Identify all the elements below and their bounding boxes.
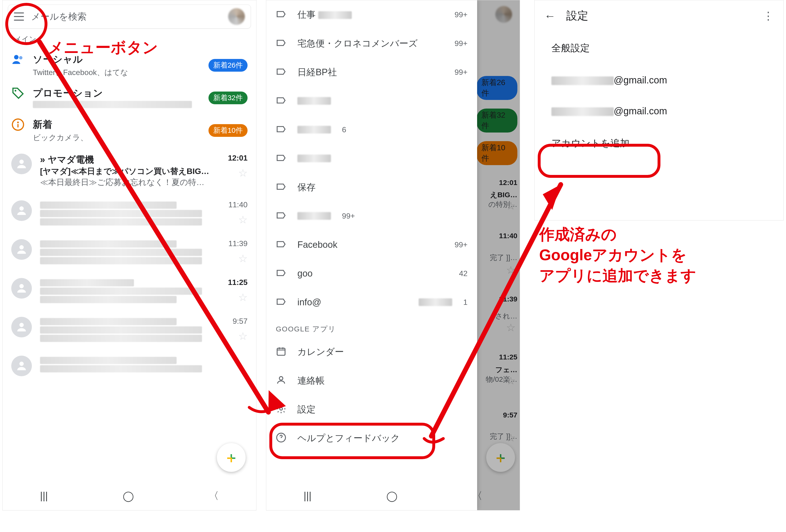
label-icon bbox=[276, 181, 286, 193]
badge-new: 新着26件 bbox=[208, 59, 248, 72]
drawer-count: 1 bbox=[463, 298, 467, 307]
star-icon[interactable]: ☆ bbox=[238, 213, 248, 226]
drawer-label-item[interactable]: 保存 bbox=[266, 173, 477, 202]
account-suffix: @gmail.com bbox=[614, 106, 667, 116]
drawer-app-calendar[interactable]: カレンダー bbox=[266, 338, 477, 366]
mail-item[interactable]: » ヤマダ電機 [ヤマダ]≪本日まで≫パソコン買い替えBIG… ≪本日最終日≫ご… bbox=[3, 147, 256, 194]
sender-avatar bbox=[11, 317, 32, 338]
mail-time: 12:01 bbox=[228, 154, 248, 162]
label-icon bbox=[276, 296, 286, 308]
mail-item[interactable]: 11:25☆ bbox=[3, 272, 256, 310]
blurred-text bbox=[297, 126, 331, 134]
drawer-label-item[interactable]: 6 bbox=[266, 115, 477, 144]
label-icon bbox=[276, 210, 286, 222]
label-icon bbox=[276, 153, 286, 164]
drawer-label: info@ bbox=[297, 297, 416, 307]
settings-add-account[interactable]: アカウントを追加 bbox=[535, 126, 783, 160]
drawer-count: 42 bbox=[459, 269, 467, 278]
info-icon bbox=[11, 118, 25, 131]
star-icon[interactable]: ☆ bbox=[238, 291, 248, 303]
account-suffix: @gmail.com bbox=[614, 75, 667, 85]
drawer-label-item[interactable]: 日経BP社99+ bbox=[266, 58, 477, 87]
settings-general[interactable]: 全般設定 bbox=[535, 31, 783, 65]
drawer-app-contacts[interactable]: 連絡帳 bbox=[266, 366, 477, 395]
drawer-count: 99+ bbox=[342, 212, 355, 221]
blurred-text bbox=[297, 212, 331, 220]
star-icon[interactable]: ☆ bbox=[238, 252, 248, 264]
svg-text:アプリに追加できます: アプリに追加できます bbox=[539, 267, 696, 284]
blurred-text bbox=[551, 107, 614, 116]
label-icon bbox=[276, 239, 286, 250]
home-icon[interactable]: ◯ bbox=[123, 490, 134, 502]
drawer-help[interactable]: ヘルプとフィードバック bbox=[266, 424, 477, 453]
sender-avatar bbox=[11, 356, 32, 376]
sender-avatar bbox=[11, 278, 32, 299]
star-icon[interactable]: ☆ bbox=[238, 330, 248, 342]
svg-rect-12 bbox=[277, 348, 285, 355]
category-title: 新着 bbox=[33, 118, 200, 131]
mail-item[interactable]: 9:57☆ bbox=[3, 310, 256, 349]
svg-point-4 bbox=[17, 121, 19, 123]
mail-time: 11:25 bbox=[228, 278, 248, 287]
drawer-label-item[interactable]: info@1 bbox=[266, 288, 477, 317]
mail-snippet: ≪本日最終日≫ご応募お忘れなく！夏の特別… bbox=[40, 177, 211, 188]
calendar-icon bbox=[276, 346, 286, 357]
drawer-label-item[interactable]: 仕事 99+ bbox=[266, 0, 477, 29]
mail-item[interactable]: 11:39☆ bbox=[3, 233, 256, 272]
svg-point-8 bbox=[19, 245, 24, 250]
drawer-label: 宅急便・クロネコメンバーズ bbox=[297, 38, 444, 50]
drawer-label-item[interactable]: 宅急便・クロネコメンバーズ99+ bbox=[266, 29, 477, 58]
category-subtitle: ビックカメラ、 bbox=[33, 133, 181, 143]
svg-text:作成済みの: 作成済みの bbox=[538, 226, 617, 243]
more-vert-icon[interactable]: ⋮ bbox=[763, 9, 774, 22]
sender-avatar bbox=[11, 239, 32, 260]
mail-item[interactable]: 11:40☆ bbox=[3, 194, 256, 233]
account-avatar[interactable] bbox=[228, 8, 245, 25]
back-icon[interactable]: 〈 bbox=[209, 489, 219, 503]
category-social[interactable]: ソーシャル Twitter、Facebook、はてな 新着26件 bbox=[3, 48, 256, 82]
people-icon bbox=[11, 53, 25, 66]
badge-new: 新着32件 bbox=[208, 92, 248, 104]
recent-apps-icon[interactable]: ||| bbox=[40, 490, 48, 502]
settings-appbar: ← 設定 ⋮ bbox=[535, 0, 783, 31]
drawer-label-item[interactable]: Facebook99+ bbox=[266, 230, 477, 259]
drawer-label: カレンダー bbox=[297, 346, 467, 358]
back-arrow-icon[interactable]: ← bbox=[544, 9, 556, 23]
mail-time: 9:57 bbox=[233, 317, 248, 326]
category-promotions[interactable]: プロモーション 新着32件 bbox=[3, 82, 256, 114]
blurred-text bbox=[33, 101, 192, 108]
drawer-label-item[interactable] bbox=[266, 144, 477, 173]
drawer-label: 仕事 bbox=[297, 9, 444, 21]
android-nav-bar: ||| ◯ 〈 bbox=[266, 481, 520, 510]
drawer-label-item[interactable]: 99+ bbox=[266, 202, 477, 230]
svg-point-14 bbox=[280, 408, 282, 410]
scrim[interactable] bbox=[477, 0, 520, 510]
label-icon bbox=[276, 124, 286, 135]
category-updates[interactable]: 新着 ビックカメラ、 新着10件 bbox=[3, 114, 256, 147]
phone-drawer: 新着26件 新着32件 新着10件 12:01 えBIG… の特別… ☆ 11:… bbox=[266, 0, 520, 510]
back-icon[interactable]: 〈 bbox=[472, 489, 482, 503]
recent-apps-icon[interactable]: ||| bbox=[304, 490, 311, 502]
category-title: プロモーション bbox=[33, 87, 200, 100]
label-icon bbox=[276, 66, 286, 78]
drawer-label: ヘルプとフィードバック bbox=[297, 432, 467, 444]
hamburger-icon[interactable] bbox=[14, 13, 24, 21]
gear-icon bbox=[276, 403, 286, 415]
settings-account[interactable]: @gmail.com bbox=[535, 96, 783, 126]
drawer-label-item[interactable]: goo42 bbox=[266, 259, 477, 288]
drawer-label: 保存 bbox=[297, 181, 457, 193]
home-icon[interactable]: ◯ bbox=[386, 490, 397, 502]
plus-icon: ＋ bbox=[224, 447, 239, 467]
category-title: ソーシャル bbox=[33, 53, 200, 66]
drawer-section-header: GOOGLE アプリ bbox=[266, 317, 477, 338]
drawer-settings[interactable]: 設定 bbox=[266, 395, 477, 424]
search-bar[interactable]: メールを検索 bbox=[8, 4, 251, 28]
drawer-label-item[interactable] bbox=[266, 87, 477, 115]
mail-item[interactable] bbox=[3, 349, 256, 383]
svg-point-11 bbox=[19, 362, 24, 366]
blurred-text bbox=[297, 97, 331, 105]
sender-avatar bbox=[11, 154, 32, 174]
settings-account[interactable]: @gmail.com bbox=[535, 65, 783, 96]
star-icon[interactable]: ☆ bbox=[238, 167, 248, 179]
compose-fab[interactable]: ＋ bbox=[217, 443, 246, 472]
